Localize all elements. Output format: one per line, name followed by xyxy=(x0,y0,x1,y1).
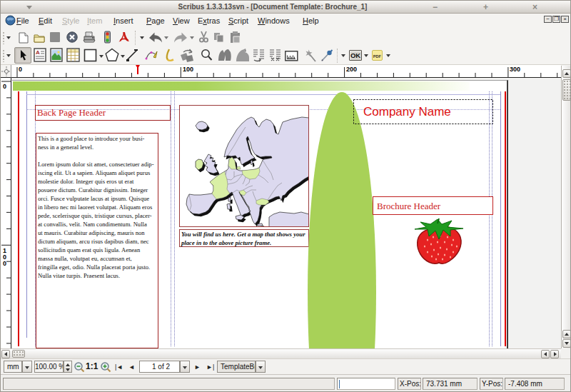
svg-text:A: A xyxy=(36,49,40,56)
svg-text:PDF: PDF xyxy=(373,54,382,59)
